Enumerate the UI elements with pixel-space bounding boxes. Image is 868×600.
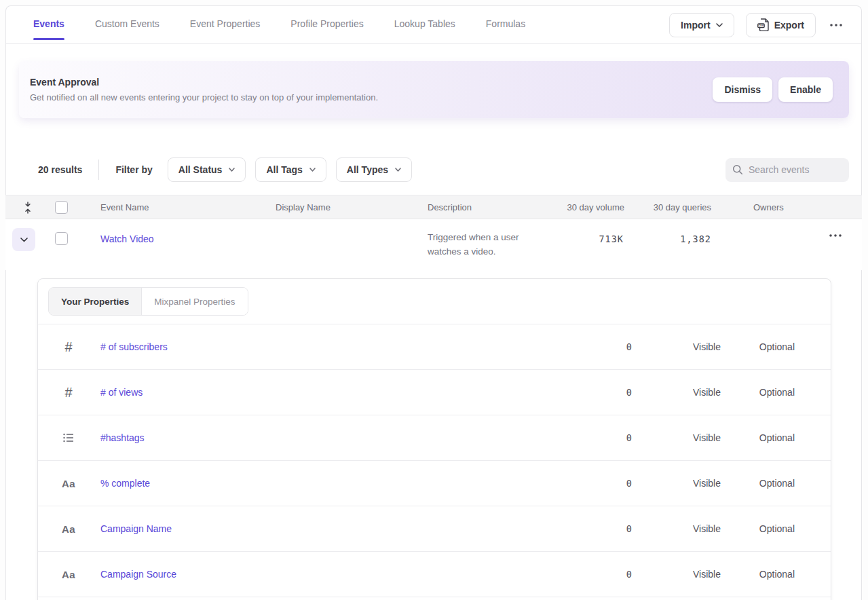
tab-profile-properties[interactable]: Profile Properties xyxy=(290,14,363,36)
property-count: 0 xyxy=(626,387,633,398)
select-all-checkbox[interactable] xyxy=(55,201,68,214)
property-visibility: Visible xyxy=(693,523,721,534)
svg-text:csv: csv xyxy=(758,24,763,27)
collapse-row-button[interactable] xyxy=(12,228,35,251)
text-type-icon: Aa xyxy=(55,552,82,597)
property-name-link[interactable]: Campaign Name xyxy=(100,523,172,534)
tags-filter-label: All Tags xyxy=(266,164,302,175)
property-count: 0 xyxy=(626,478,633,489)
status-filter-dropdown[interactable]: All Status xyxy=(168,157,246,182)
tab-custom-events[interactable]: Custom Events xyxy=(95,14,159,36)
list-type-icon xyxy=(55,415,82,460)
column-header-event-name: Event Name xyxy=(100,202,149,212)
property-name-link[interactable]: # of subscribers xyxy=(100,341,168,352)
description-line-2: watches a video. xyxy=(428,246,496,257)
banner-subtitle: Get notified on all new events entering … xyxy=(30,92,378,102)
properties-panel-header: Your Properties Mixpanel Properties xyxy=(38,279,831,324)
property-count: 0 xyxy=(626,569,633,580)
number-type-icon: # xyxy=(55,370,82,415)
property-row: # # of views 0 Visible Optional xyxy=(38,370,831,415)
dismiss-button[interactable]: Dismiss xyxy=(713,77,772,102)
event-name-link[interactable]: Watch Video xyxy=(100,233,154,244)
tab-actions: Import csv Export xyxy=(669,13,845,37)
import-label: Import xyxy=(681,20,711,31)
column-header-description: Description xyxy=(428,202,472,212)
enable-button[interactable]: Enable xyxy=(778,77,833,102)
property-name-link[interactable]: # of views xyxy=(100,387,143,398)
more-options-icon[interactable] xyxy=(827,21,845,29)
export-label: Export xyxy=(774,20,804,31)
property-row: # # of subscribers 0 Visible Optional xyxy=(38,324,831,370)
divider xyxy=(98,160,99,180)
property-visibility: Visible xyxy=(693,341,721,352)
banner-text: Event Approval Get notified on all new e… xyxy=(19,77,378,102)
property-row: Aa Campaign Source 0 Visible Optional xyxy=(38,552,831,597)
property-visibility: Visible xyxy=(693,569,721,580)
chevron-down-icon xyxy=(229,168,235,172)
property-count: 0 xyxy=(626,341,633,352)
collapse-all-icon[interactable] xyxy=(19,199,37,217)
search-icon xyxy=(732,164,743,175)
tab-events-label: Events xyxy=(33,18,64,29)
property-visibility: Visible xyxy=(693,387,721,398)
property-visibility: Visible xyxy=(693,432,721,443)
property-name-link[interactable]: Campaign Source xyxy=(100,569,176,580)
tab-bar: Events Custom Events Event Properties Pr… xyxy=(6,6,861,44)
property-row: Aa Campaign Name 0 Visible Optional xyxy=(38,506,831,552)
import-button[interactable]: Import xyxy=(669,13,734,37)
column-header-queries: 30 day queries xyxy=(654,202,711,212)
results-count: 20 results xyxy=(38,164,82,175)
column-header-owners: Owners xyxy=(753,202,784,212)
volume-value: 713K xyxy=(599,233,624,244)
search-input[interactable] xyxy=(749,164,837,175)
status-filter-label: All Status xyxy=(178,164,223,175)
types-filter-dropdown[interactable]: All Types xyxy=(336,157,412,182)
export-button[interactable]: csv Export xyxy=(746,13,816,37)
property-row: Aa % complete 0 Visible Optional xyxy=(38,461,831,506)
search-box xyxy=(725,158,849,182)
text-type-icon: Aa xyxy=(55,461,82,506)
active-tab-underline xyxy=(33,38,64,40)
tab-mixpanel-properties[interactable]: Mixpanel Properties xyxy=(142,288,247,315)
row-checkbox[interactable] xyxy=(55,232,68,245)
tags-filter-dropdown[interactable]: All Tags xyxy=(255,157,326,182)
csv-file-icon: csv xyxy=(757,18,769,31)
property-requirement: Optional xyxy=(759,523,795,534)
types-filter-label: All Types xyxy=(347,164,388,175)
property-name-link[interactable]: % complete xyxy=(100,478,150,489)
chevron-down-icon xyxy=(20,238,28,242)
property-requirement: Optional xyxy=(759,432,795,443)
property-count: 0 xyxy=(626,523,633,534)
text-type-icon: Aa xyxy=(55,506,82,551)
column-header-volume: 30 day volume xyxy=(567,202,624,212)
properties-panel: Your Properties Mixpanel Properties # # … xyxy=(37,278,831,600)
column-header-display-name: Display Name xyxy=(276,202,331,212)
events-table-header: Event Name Display Name Description 30 d… xyxy=(5,195,862,219)
banner-title: Event Approval xyxy=(30,77,378,88)
tab-your-properties[interactable]: Your Properties xyxy=(49,288,142,315)
tab-event-properties[interactable]: Event Properties xyxy=(190,14,261,36)
tab-lookup-tables[interactable]: Lookup Tables xyxy=(394,14,455,36)
property-requirement: Optional xyxy=(759,569,795,580)
property-requirement: Optional xyxy=(759,478,795,489)
property-count: 0 xyxy=(626,432,633,443)
banner-actions: Dismiss Enable xyxy=(713,77,849,102)
property-visibility: Visible xyxy=(693,478,721,489)
description-line-1: Triggered when a user xyxy=(428,232,519,242)
property-name-link[interactable]: #hashtags xyxy=(100,432,145,443)
filter-by-label: Filter by xyxy=(115,164,152,175)
tab-events[interactable]: Events xyxy=(33,14,64,36)
chevron-down-icon xyxy=(309,168,316,172)
properties-tab-switcher: Your Properties Mixpanel Properties xyxy=(48,287,248,316)
row-more-options-icon[interactable] xyxy=(827,231,844,240)
event-description: Triggered when a user watches a video. xyxy=(428,230,519,259)
filter-row: 20 results Filter by All Status All Tags… xyxy=(38,157,849,182)
property-requirement: Optional xyxy=(759,341,795,352)
property-row: #hashtags 0 Visible Optional xyxy=(38,415,831,461)
chevron-down-icon xyxy=(395,168,401,172)
property-requirement: Optional xyxy=(759,387,795,398)
tab-formulas[interactable]: Formulas xyxy=(486,14,525,36)
number-type-icon: # xyxy=(55,324,82,369)
table-row: Watch Video Triggered when a user watche… xyxy=(5,219,862,270)
chevron-down-icon xyxy=(716,23,723,27)
